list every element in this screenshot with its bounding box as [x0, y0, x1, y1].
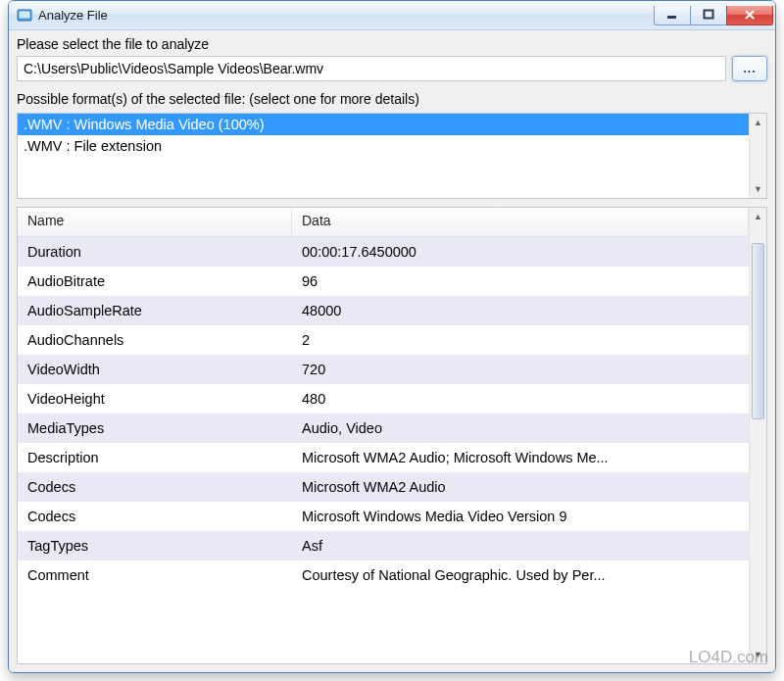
table-row[interactable]: AudioBitrate96 [18, 267, 749, 296]
scroll-up-icon[interactable]: ▲ [750, 114, 766, 131]
formats-label: Possible format(s) of the selected file:… [17, 91, 767, 107]
cell-data: Courtesy of National Geographic. Used by… [292, 567, 749, 583]
table-row[interactable]: DescriptionMicrosoft WMA2 Audio; Microso… [18, 443, 749, 472]
browse-button[interactable]: ... [732, 56, 767, 81]
analyze-file-window: Analyze File Please select the file to a… [8, 0, 776, 673]
scrollbar-thumb[interactable] [752, 243, 764, 419]
cell-name: Codecs [18, 479, 292, 495]
cell-data: Asf [292, 538, 749, 554]
svg-rect-2 [667, 16, 676, 19]
table-row[interactable]: AudioSampleRate48000 [18, 296, 749, 325]
cell-data: 2 [292, 332, 749, 348]
table-row[interactable]: TagTypesAsf [18, 531, 749, 560]
table-row[interactable]: MediaTypesAudio, Video [18, 413, 749, 443]
table-header[interactable]: Name Data [18, 208, 749, 237]
table-row[interactable]: CommentCourtesy of National Geographic. … [18, 560, 749, 590]
app-icon [17, 8, 32, 24]
formats-listbox[interactable]: .WMV : Windows Media Video (100%).WMV : … [17, 113, 767, 199]
scroll-down-icon[interactable]: ▼ [750, 646, 766, 663]
table-row[interactable]: AudioChannels2 [18, 325, 749, 355]
client-area: Please select the file to analyze ... Po… [9, 30, 775, 672]
maximize-button[interactable] [690, 6, 727, 25]
details-scrollbar[interactable]: ▲ ▼ [749, 208, 766, 663]
cell-data: Microsoft WMA2 Audio [292, 479, 749, 495]
cell-data: 48000 [292, 303, 749, 318]
window-title: Analyze File [38, 8, 655, 23]
cell-name: VideoWidth [18, 362, 292, 377]
close-button[interactable] [726, 6, 773, 25]
file-path-input[interactable] [17, 56, 726, 81]
cell-data: 480 [292, 391, 749, 407]
format-item[interactable]: .WMV : File extension [18, 135, 749, 157]
table-row[interactable]: CodecsMicrosoft Windows Media Video Vers… [18, 502, 749, 531]
format-item[interactable]: .WMV : Windows Media Video (100%) [18, 114, 749, 135]
cell-data: 96 [292, 273, 749, 289]
svg-rect-3 [705, 11, 713, 19]
cell-name: MediaTypes [18, 420, 292, 436]
cell-name: AudioSampleRate [18, 303, 292, 318]
cell-name: Codecs [18, 509, 292, 524]
cell-name: VideoHeight [18, 391, 292, 407]
cell-name: Duration [18, 244, 292, 260]
cell-name: Comment [18, 567, 292, 583]
table-row[interactable]: VideoWidth720 [18, 355, 749, 384]
cell-name: AudioChannels [18, 332, 292, 348]
window-controls [655, 6, 773, 25]
header-data[interactable]: Data [292, 208, 749, 236]
table-row[interactable]: VideoHeight480 [18, 384, 749, 413]
minimize-button[interactable] [654, 6, 691, 25]
scroll-down-icon[interactable]: ▼ [750, 180, 766, 198]
cell-name: TagTypes [18, 538, 292, 554]
formats-scrollbar[interactable]: ▲ ▼ [749, 114, 766, 198]
file-select-label: Please select the file to analyze [17, 36, 767, 52]
cell-data: 00:00:17.6450000 [292, 244, 749, 260]
scroll-up-icon[interactable]: ▲ [750, 208, 766, 225]
svg-rect-1 [20, 11, 30, 18]
cell-name: Description [18, 450, 292, 465]
table-row[interactable]: CodecsMicrosoft WMA2 Audio [18, 472, 749, 502]
titlebar[interactable]: Analyze File [9, 1, 775, 30]
cell-data: Audio, Video [292, 420, 749, 436]
header-name[interactable]: Name [18, 208, 292, 236]
table-row[interactable]: Duration00:00:17.6450000 [18, 237, 749, 267]
cell-data: Microsoft WMA2 Audio; Microsoft Windows … [292, 450, 749, 465]
cell-data: Microsoft Windows Media Video Version 9 [292, 509, 749, 524]
details-table: Name Data Duration00:00:17.6450000AudioB… [17, 207, 767, 664]
cell-data: 720 [292, 362, 749, 377]
cell-name: AudioBitrate [18, 273, 292, 289]
